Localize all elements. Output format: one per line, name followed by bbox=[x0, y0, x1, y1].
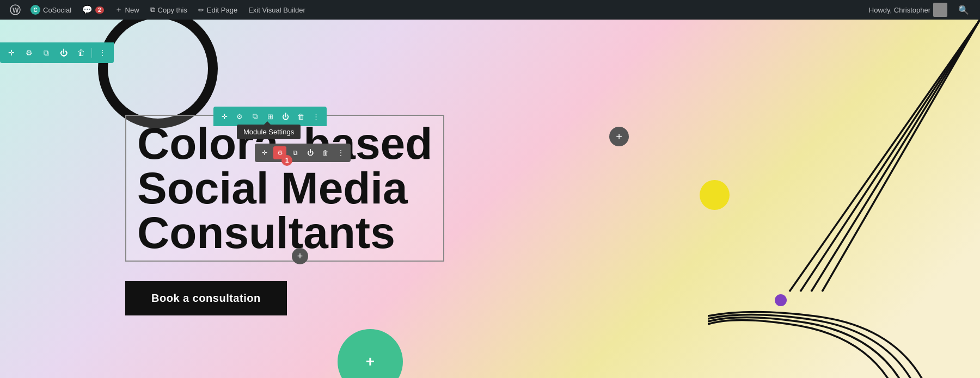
user-menu[interactable]: Howdy, Christopher bbox=[863, 3, 953, 17]
admin-bar: W C CoSocial 💬 2 ＋ New ⧉ Copy this ✏ Edi… bbox=[0, 0, 980, 20]
main-heading: Colora basedSocial MediaConsultants bbox=[125, 115, 444, 262]
wp-logo[interactable]: W bbox=[5, 0, 25, 20]
notification-badge: 1 bbox=[281, 155, 292, 166]
row-move-icon[interactable]: ✛ bbox=[4, 46, 19, 60]
sub-disable-icon[interactable]: ⏻ bbox=[304, 146, 317, 159]
copy-this-button[interactable]: ⧉ Copy this bbox=[145, 0, 193, 20]
edit-page-link[interactable]: ✏ Edit Page bbox=[193, 0, 243, 20]
exit-builder-button[interactable]: Exit Visual Builder bbox=[243, 0, 311, 20]
new-button[interactable]: ＋ New bbox=[109, 0, 145, 20]
module-layout-icon[interactable]: ⊞ bbox=[264, 110, 277, 123]
sub-more-icon[interactable]: ⋮ bbox=[334, 146, 347, 159]
svg-text:W: W bbox=[13, 7, 19, 14]
comments-link[interactable]: 💬 2 bbox=[77, 0, 109, 20]
row-more-icon[interactable]: ⋮ bbox=[95, 46, 109, 60]
svg-line-5 bbox=[822, 20, 980, 292]
sub-module-toolbar: ✛ ⚙ ⧉ ⏻ 🗑 ⋮ bbox=[255, 144, 351, 162]
sub-delete-icon[interactable]: 🗑 bbox=[319, 146, 332, 159]
search-icon[interactable]: 🔍 bbox=[953, 5, 975, 15]
row-duplicate-icon[interactable]: ⧉ bbox=[39, 46, 53, 60]
add-column-right-button[interactable]: + bbox=[609, 127, 629, 146]
add-module-inner-button[interactable]: + bbox=[292, 248, 308, 264]
bottom-circle-plus-icon: + bbox=[366, 353, 375, 370]
svg-line-4 bbox=[811, 20, 980, 292]
row-settings-icon[interactable]: ⚙ bbox=[22, 46, 36, 60]
module-move-icon[interactable]: ✛ bbox=[218, 110, 231, 123]
decorative-lines bbox=[708, 20, 980, 378]
module-toolbar: ✛ ⚙ ⧉ ⊞ ⏻ 🗑 ⋮ bbox=[213, 107, 327, 126]
svg-line-3 bbox=[800, 20, 980, 292]
site-name[interactable]: C CoSocial bbox=[25, 0, 77, 20]
module-delete-icon[interactable]: 🗑 bbox=[294, 110, 307, 123]
sub-move-icon[interactable]: ✛ bbox=[258, 146, 271, 159]
decorative-dot-yellow bbox=[700, 180, 730, 210]
user-avatar bbox=[933, 3, 947, 17]
row-delete-icon[interactable]: 🗑 bbox=[74, 46, 88, 60]
toolbar-separator bbox=[91, 48, 92, 58]
module-disable-icon[interactable]: ⏻ bbox=[279, 110, 292, 123]
row-disable-icon[interactable]: ⏻ bbox=[57, 46, 71, 60]
row-toolbar: ✛ ⚙ ⧉ ⏻ 🗑 ⋮ bbox=[0, 42, 114, 63]
module-more-icon[interactable]: ⋮ bbox=[309, 110, 322, 123]
comment-count-badge: 2 bbox=[95, 7, 104, 14]
module-duplicate-icon[interactable]: ⧉ bbox=[248, 110, 261, 123]
module-settings-icon[interactable]: ⚙ bbox=[233, 110, 246, 123]
svg-line-2 bbox=[789, 20, 980, 292]
book-consultation-button[interactable]: Book a consultation bbox=[125, 281, 287, 315]
page-content: + + ✛ ⚙ ⧉ ⏻ 🗑 ⋮ Colora basedSocial Media… bbox=[0, 20, 980, 378]
decorative-dot-purple bbox=[775, 294, 787, 306]
